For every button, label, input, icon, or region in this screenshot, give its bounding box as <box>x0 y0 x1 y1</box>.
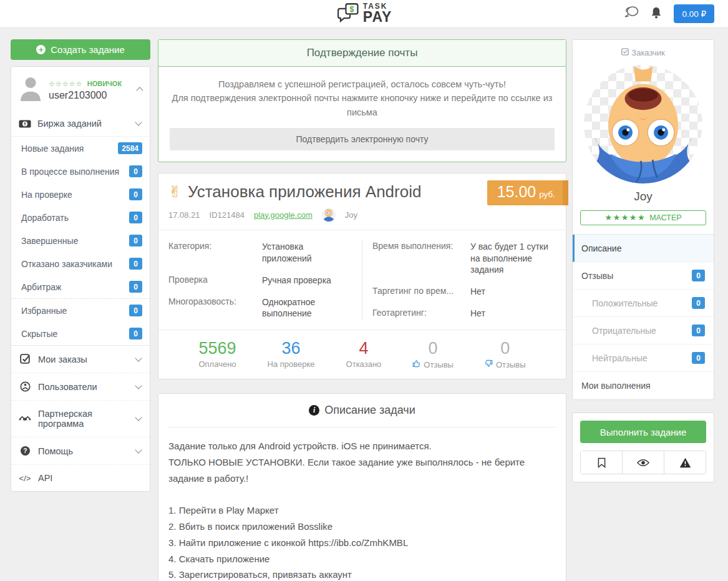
status-count-badge: 0 <box>129 235 142 247</box>
detail-value: Нет <box>470 308 556 319</box>
sidebar-user-block[interactable]: ☆☆☆☆☆ НОВИЧОК user2103000 <box>11 67 150 111</box>
tab-neutral-reviews[interactable]: Нейтральные 0 <box>573 344 714 372</box>
status-item-label: Доработать <box>21 213 69 223</box>
sidebar-status-item[interactable]: В процессе выполнения 0 <box>11 160 150 183</box>
sidebar-filter-item[interactable]: Скрытые 0 <box>11 322 150 345</box>
perform-task-button[interactable]: Выполнить задание <box>580 421 706 443</box>
status-item-label: В процессе выполнения <box>21 167 119 177</box>
tab-reviews[interactable]: Отзывы 0 <box>573 262 714 290</box>
negative-count-badge: 0 <box>692 325 705 336</box>
sidebar-item-partner-program[interactable]: Партнерская программа <box>11 400 150 437</box>
description-title: Описание задачи <box>324 404 415 417</box>
filter-item-label: Избранные <box>21 306 67 316</box>
tab-positive-reviews[interactable]: Положительные 0 <box>573 290 714 317</box>
user-rating-stars: ☆☆☆☆☆ <box>49 80 82 87</box>
victory-hand-icon: ✌ <box>168 183 182 201</box>
users-label: Пользователи <box>38 382 97 392</box>
stat-negative-reviews: 0 Отзывы <box>485 338 526 369</box>
customer-name: Joy <box>573 185 714 210</box>
author-mini-avatar[interactable] <box>322 208 336 222</box>
chevron-down-icon <box>135 119 142 125</box>
bookmark-icon <box>598 457 606 468</box>
price-value: 15.00 <box>497 183 536 201</box>
confirmation-text-line2: Для подтверждения электронной почты нажм… <box>170 91 555 119</box>
email-confirmation-title: Подтверждение почты <box>158 40 566 67</box>
customer-rank-badge: ★★★★★МАСТЕР <box>580 210 706 225</box>
task-target-link[interactable]: play.google.com <box>254 210 313 220</box>
chevron-down-icon <box>135 446 142 453</box>
question-circle-icon: ? <box>19 446 31 456</box>
sidebar-menu: ☆☆☆☆☆ НОВИЧОК user2103000 Биржа заданий <box>11 66 150 492</box>
balance-button[interactable]: 0.00 ₽ <box>674 4 714 23</box>
sidebar-item-exchange[interactable]: Биржа заданий <box>11 111 150 136</box>
status-count-badge: 0 <box>129 212 142 223</box>
price-currency: руб. <box>539 190 555 199</box>
status-count-badge: 0 <box>129 281 142 293</box>
status-item-label: Арбитраж <box>21 282 61 292</box>
tab-my-executions[interactable]: Мои выполнения <box>573 372 714 399</box>
partner-program-label: Партнерская программа <box>38 409 129 429</box>
confirmation-text-line1: Поздравляем с успешной регистрацией, ост… <box>170 77 555 91</box>
sidebar-status-item[interactable]: Доработать 0 <box>11 206 150 229</box>
svg-text:?: ? <box>23 447 27 454</box>
task-date: 17.08.21 <box>168 210 200 220</box>
my-orders-label: Мои заказы <box>38 354 87 364</box>
eye-icon <box>637 459 649 467</box>
checkbox-icon <box>19 354 31 364</box>
status-item-label: Завершенные <box>21 236 78 246</box>
thumbs-up-icon <box>412 359 420 369</box>
status-count-badge: 0 <box>129 188 142 200</box>
detail-value: Нет <box>470 286 556 297</box>
price-badge: 15.00 руб. <box>487 180 568 205</box>
hide-task-button[interactable] <box>623 451 664 474</box>
stat-rejected: 4 Отказано <box>346 338 382 369</box>
messages-icon[interactable] <box>623 6 639 21</box>
tab-negative-reviews[interactable]: Отрицательные 0 <box>573 317 714 344</box>
rank-stars: ★★★★★ <box>604 213 646 222</box>
chevron-down-icon <box>135 382 142 389</box>
task-author-name[interactable]: Joy <box>345 210 357 220</box>
sidebar-status-item[interactable]: Отказано заказчиками 0 <box>11 252 150 275</box>
sidebar-filter-item[interactable]: Избранные 0 <box>11 299 150 322</box>
customer-avatar[interactable] <box>584 65 702 183</box>
task-title: ✌ Установка приложения Android <box>168 182 460 202</box>
sidebar-item-api[interactable]: </> API <box>11 464 150 491</box>
stat-paid: 5569 Оплачено <box>198 338 236 369</box>
plus-icon: + <box>36 45 46 54</box>
task-filter-list: Избранные 0 Скрытые 0 <box>11 298 150 345</box>
create-task-label: Создать задание <box>51 44 125 55</box>
sidebar-status-item[interactable]: На проверке 0 <box>11 183 150 206</box>
filter-item-label: Скрытые <box>21 329 57 339</box>
status-item-label: Новые задания <box>21 144 84 154</box>
taskpay-logo-icon: $ <box>336 2 360 26</box>
thumbs-down-icon <box>485 359 493 369</box>
chevron-down-icon <box>135 414 142 421</box>
taskpay-logo[interactable]: $ TASK PAY <box>336 2 392 26</box>
create-task-button[interactable]: + Создать задание <box>11 39 150 60</box>
detail-value: Установка приложений <box>262 241 352 263</box>
stat-positive-reviews: 0 Отзывы <box>412 338 454 369</box>
bookmark-button[interactable] <box>581 451 623 474</box>
sidebar-item-users[interactable]: Пользователи <box>11 373 150 400</box>
reviews-count-badge: 0 <box>692 270 705 281</box>
task-actions-panel: Выполнить задание <box>572 413 714 482</box>
confirm-email-button[interactable]: Подтвердить электронную почту <box>170 128 555 150</box>
detail-label: Многоразовость: <box>168 296 262 319</box>
task-title-text: Установка приложения Android <box>188 182 421 202</box>
filter-count-badge: 0 <box>129 328 142 339</box>
tab-description[interactable]: Описание <box>573 235 714 262</box>
sidebar-status-item[interactable]: Новые задания 2584 <box>11 137 150 160</box>
task-id: ID121484 <box>210 210 245 220</box>
customer-role: Заказчик <box>573 40 714 60</box>
neutral-count-badge: 0 <box>692 352 705 364</box>
task-card: ✌ Установка приложения Android 15.00 руб… <box>158 173 566 379</box>
detail-label: Время выполнения: <box>372 241 470 275</box>
status-item-label: Отказано заказчиками <box>21 259 112 269</box>
sidebar-status-item[interactable]: Завершенные 0 <box>11 229 150 252</box>
report-task-button[interactable] <box>664 451 706 474</box>
sidebar-item-help[interactable]: ? Помощь <box>11 437 150 464</box>
sidebar-status-item[interactable]: Арбитраж 0 <box>11 275 150 298</box>
api-label: API <box>38 473 52 483</box>
notifications-bell-icon[interactable] <box>651 6 662 21</box>
sidebar-item-my-orders[interactable]: Мои заказы <box>11 346 150 373</box>
